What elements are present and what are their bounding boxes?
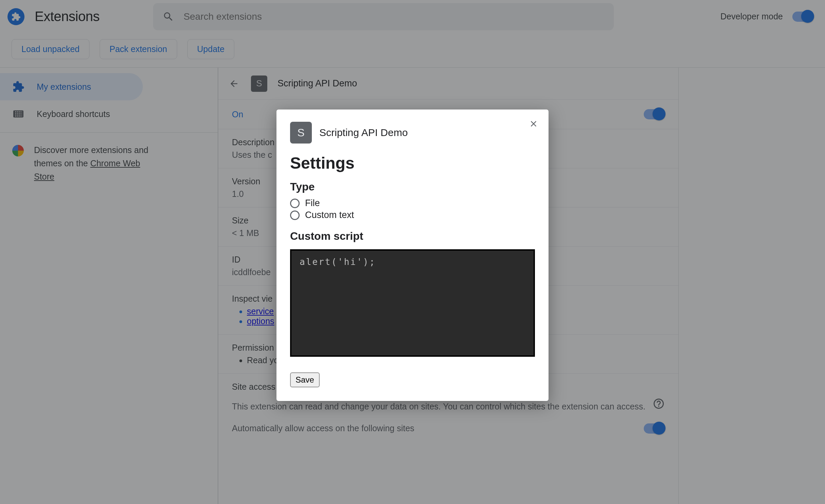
- custom-script-textarea[interactable]: [290, 249, 535, 357]
- dialog-heading: Settings: [290, 154, 535, 172]
- radio-file-label: File: [305, 198, 320, 208]
- radio-icon: [290, 211, 300, 220]
- radio-icon: [290, 199, 300, 208]
- settings-dialog: S Scripting API Demo Settings Type File …: [276, 110, 549, 401]
- custom-script-heading: Custom script: [290, 230, 535, 242]
- radio-file[interactable]: File: [290, 198, 535, 208]
- dialog-extension-name: Scripting API Demo: [319, 127, 408, 138]
- radio-custom-label: Custom text: [305, 210, 354, 220]
- dialog-close-button[interactable]: [527, 117, 540, 131]
- radio-custom-text[interactable]: Custom text: [290, 210, 535, 220]
- save-button[interactable]: Save: [290, 372, 320, 387]
- dialog-extension-badge: S: [290, 122, 312, 144]
- close-icon: [529, 119, 538, 129]
- modal-overlay[interactable]: S Scripting API Demo Settings Type File …: [0, 0, 825, 504]
- dialog-header: S Scripting API Demo: [290, 122, 535, 144]
- type-heading: Type: [290, 181, 535, 193]
